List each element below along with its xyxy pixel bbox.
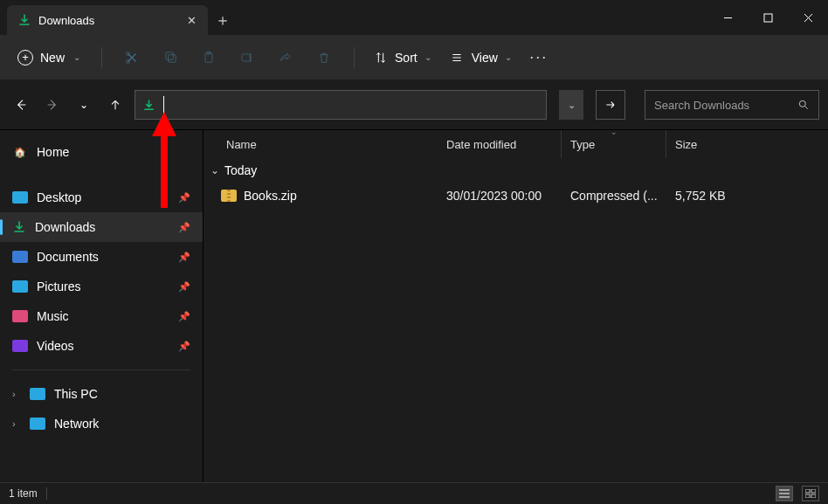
column-label: Size	[675, 138, 697, 151]
svg-rect-11	[805, 494, 810, 498]
sidebar-item-network[interactable]: › Network	[0, 409, 203, 438]
up-button[interactable]	[103, 93, 128, 117]
arrow-right-icon	[604, 98, 618, 112]
details-view-icon	[779, 489, 790, 498]
cut-button[interactable]	[114, 42, 149, 73]
thumbnails-view-toggle[interactable]	[802, 486, 819, 501]
file-row[interactable]: Books.zip 30/01/2023 00:00 Compressed (.…	[204, 181, 828, 211]
tab-downloads[interactable]: Downloads ✕	[7, 5, 208, 35]
tab-close-button[interactable]: ✕	[183, 12, 199, 28]
sidebar-item-label: This PC	[54, 387, 98, 401]
home-icon: 🏠	[12, 146, 28, 158]
sidebar-item-downloads[interactable]: Downloads 📌	[0, 212, 203, 242]
sidebar-item-home[interactable]: 🏠 Home	[0, 137, 203, 167]
file-size: 5,752 KB	[666, 189, 768, 203]
status-divider	[46, 487, 47, 500]
sidebar-item-desktop[interactable]: Desktop 📌	[0, 183, 203, 212]
sidebar-divider	[12, 369, 190, 370]
address-bar[interactable]	[135, 90, 547, 120]
column-headers: Name Date modified ⌄ Type Size	[204, 130, 828, 158]
chevron-down-icon: ⌄	[424, 52, 431, 62]
close-window-button[interactable]	[788, 0, 828, 35]
chevron-right-icon: ›	[12, 418, 21, 429]
pin-icon: 📌	[178, 252, 190, 263]
column-label: Type	[570, 138, 595, 151]
svg-rect-7	[242, 54, 250, 61]
recent-locations-button[interactable]: ⌄	[72, 93, 96, 117]
sidebar-item-pictures[interactable]: Pictures 📌	[0, 272, 203, 301]
share-button[interactable]	[268, 42, 303, 73]
forward-button[interactable]	[40, 93, 65, 117]
rename-button[interactable]	[230, 42, 265, 73]
search-placeholder: Search Downloads	[654, 99, 790, 112]
share-icon	[278, 51, 293, 65]
music-icon	[12, 310, 28, 322]
toolbar-divider	[354, 47, 355, 68]
group-header-today[interactable]: ⌄ Today	[204, 158, 828, 181]
sidebar-item-videos[interactable]: Videos 📌	[0, 331, 203, 361]
svg-rect-0	[764, 14, 772, 22]
view-button[interactable]: View ⌄	[442, 45, 519, 70]
address-input[interactable]	[164, 91, 546, 119]
copy-button[interactable]	[153, 42, 188, 73]
paste-button[interactable]	[191, 42, 226, 73]
navigation-pane: 🏠 Home Desktop 📌 Downloads 📌 Documents 📌…	[0, 129, 203, 482]
sidebar-item-music[interactable]: Music 📌	[0, 301, 203, 331]
svg-rect-10	[811, 489, 816, 493]
window-controls	[707, 0, 828, 35]
new-tab-button[interactable]: ＋	[208, 5, 238, 35]
sidebar-item-label: Desktop	[37, 190, 81, 204]
sidebar-item-thispc[interactable]: › This PC	[0, 379, 203, 409]
sidebar-item-label: Pictures	[37, 280, 81, 293]
column-header-date[interactable]: Date modified	[438, 130, 562, 158]
pin-icon: 📌	[178, 192, 190, 204]
status-text: 1 item	[9, 487, 38, 500]
address-history-button[interactable]: ⌄	[559, 90, 583, 120]
pin-icon: 📌	[178, 222, 190, 233]
command-bar: + New ⌄ Sort ⌄ View ⌄ ···	[0, 35, 828, 80]
grid-view-icon	[805, 489, 816, 498]
chevron-down-icon: ⌄	[79, 99, 88, 111]
pin-icon: 📌	[178, 311, 190, 322]
maximize-button[interactable]	[748, 0, 788, 35]
arrow-left-icon	[14, 98, 28, 112]
download-arrow-icon	[17, 13, 31, 27]
search-box[interactable]: Search Downloads	[645, 90, 819, 120]
column-header-size[interactable]: Size	[666, 130, 768, 158]
scissors-icon	[124, 50, 140, 66]
back-button[interactable]	[9, 93, 33, 117]
column-header-type[interactable]: ⌄ Type	[562, 130, 666, 158]
sidebar-item-label: Home	[37, 145, 69, 159]
documents-icon	[12, 251, 28, 263]
minimize-button[interactable]	[707, 0, 748, 35]
column-header-name[interactable]: Name	[204, 130, 438, 158]
toolbar-divider	[101, 47, 102, 68]
file-name: Books.zip	[244, 189, 297, 203]
svg-point-8	[799, 100, 805, 107]
rename-icon	[239, 51, 255, 65]
file-date: 30/01/2023 00:00	[438, 189, 562, 203]
details-view-toggle[interactable]	[776, 486, 793, 501]
more-options-button[interactable]: ···	[522, 48, 555, 66]
new-button[interactable]: + New ⌄	[9, 45, 89, 71]
sort-button[interactable]: Sort ⌄	[367, 45, 438, 70]
new-button-label: New	[40, 51, 65, 65]
refresh-go-button[interactable]	[596, 90, 625, 120]
sidebar-item-label: Videos	[37, 339, 74, 353]
chevron-down-icon: ⌄	[568, 100, 576, 111]
arrow-up-icon	[108, 98, 122, 112]
plus-circle-icon: +	[17, 50, 33, 66]
sidebar-item-documents[interactable]: Documents 📌	[0, 242, 203, 272]
pictures-icon	[12, 280, 28, 293]
download-arrow-icon	[135, 99, 162, 112]
svg-rect-12	[811, 494, 816, 498]
svg-rect-3	[168, 55, 176, 62]
delete-button[interactable]	[307, 42, 342, 73]
text-caret	[163, 96, 164, 114]
chevron-down-icon: ⌄	[505, 52, 512, 62]
status-bar: 1 item	[0, 482, 828, 504]
search-icon	[797, 99, 810, 111]
sidebar-item-label: Network	[54, 417, 99, 431]
chevron-down-icon: ⌄	[73, 52, 80, 62]
sidebar-item-label: Documents	[37, 250, 99, 264]
